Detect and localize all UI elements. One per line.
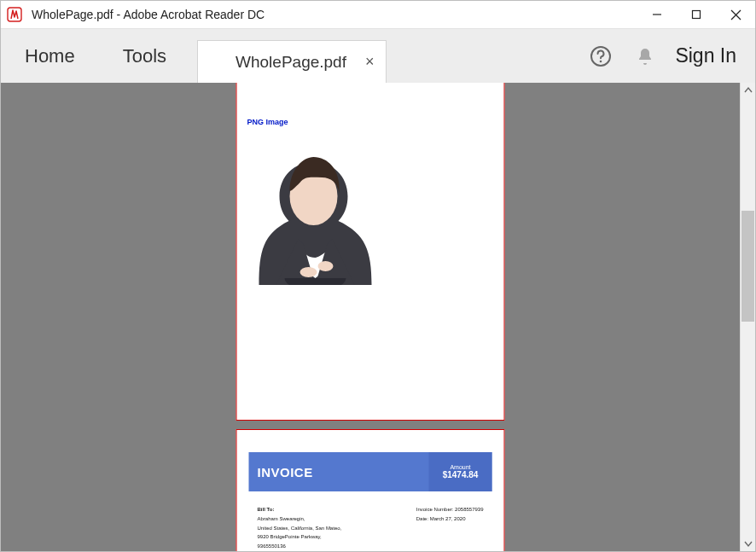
close-button[interactable] [716, 1, 755, 28]
scroll-thumb[interactable] [741, 211, 754, 322]
minimize-icon [652, 9, 662, 20]
document-area: PNG Image INVOICE [1, 83, 755, 551]
svg-rect-2 [693, 11, 701, 19]
minimize-button[interactable] [637, 1, 677, 28]
bill-to-label: Bill To: [258, 505, 342, 514]
chevron-up-icon [744, 86, 753, 95]
scroll-track[interactable] [741, 98, 755, 536]
tab-close-button[interactable]: × [365, 53, 375, 71]
app-icon [1, 7, 28, 22]
menu-home[interactable]: Home [1, 29, 99, 83]
invoice-amount-value: $1474.84 [443, 470, 479, 479]
tab-group: WholePage.pdf × [197, 29, 387, 83]
svg-point-9 [318, 261, 334, 271]
invoice-number: Invoice Number: 2058557939 [416, 505, 484, 514]
invoice-header: INVOICE Amount $1474.84 [249, 452, 492, 491]
menu-tools[interactable]: Tools [99, 29, 190, 83]
bill-to-line: United States, California, San Mateo, [258, 524, 342, 533]
window-title: WholePage.pdf - Adobe Acrobat Reader DC [28, 8, 637, 21]
invoice-title: INVOICE [249, 465, 429, 479]
vertical-scrollbar[interactable] [740, 83, 755, 551]
bill-to-line: Abraham Swearegin, [258, 514, 342, 524]
scroll-down-button[interactable] [741, 536, 755, 551]
bill-to-line: 9365550136 [258, 542, 342, 551]
invoice-date: Date: March 27, 2020 [416, 514, 484, 524]
window-controls [637, 1, 755, 28]
bill-to-line: 9920 BridgePointe Parkway, [258, 532, 342, 542]
pdf-page-1: PNG Image [236, 83, 505, 421]
svg-point-6 [600, 60, 602, 62]
toolbar-icons [588, 29, 672, 83]
chevron-down-icon [744, 539, 753, 548]
document-canvas[interactable]: PNG Image INVOICE [1, 83, 740, 551]
app-window: WholePage.pdf - Adobe Acrobat Reader DC … [0, 0, 756, 552]
document-tab[interactable]: WholePage.pdf × [197, 40, 387, 83]
invoice-bill-to: Bill To: Abraham Swearegin, United State… [258, 505, 342, 551]
close-icon [730, 9, 741, 20]
help-icon [590, 45, 612, 67]
svg-point-8 [300, 267, 317, 277]
invoice-meta: Invoice Number: 2058557939 Date: March 2… [416, 505, 484, 524]
pdf-page-2: INVOICE Amount $1474.84 Bill To: Abraham… [236, 429, 505, 551]
maximize-icon [691, 9, 701, 20]
png-image-label: PNG Image [247, 118, 288, 126]
sign-in-button[interactable]: Sign In [672, 29, 755, 83]
titlebar: WholePage.pdf - Adobe Acrobat Reader DC [1, 1, 755, 28]
help-button[interactable] [588, 44, 614, 69]
toolbar: Home Tools WholePage.pdf × Sign In [1, 28, 755, 83]
bell-icon [635, 46, 655, 67]
person-photo [242, 131, 387, 285]
maximize-button[interactable] [677, 1, 716, 28]
tab-label: WholePage.pdf [236, 53, 346, 72]
scroll-up-button[interactable] [741, 83, 755, 98]
invoice-amount-box: Amount $1474.84 [429, 452, 492, 491]
invoice-amount-label: Amount [450, 464, 470, 470]
notifications-button[interactable] [632, 44, 658, 69]
